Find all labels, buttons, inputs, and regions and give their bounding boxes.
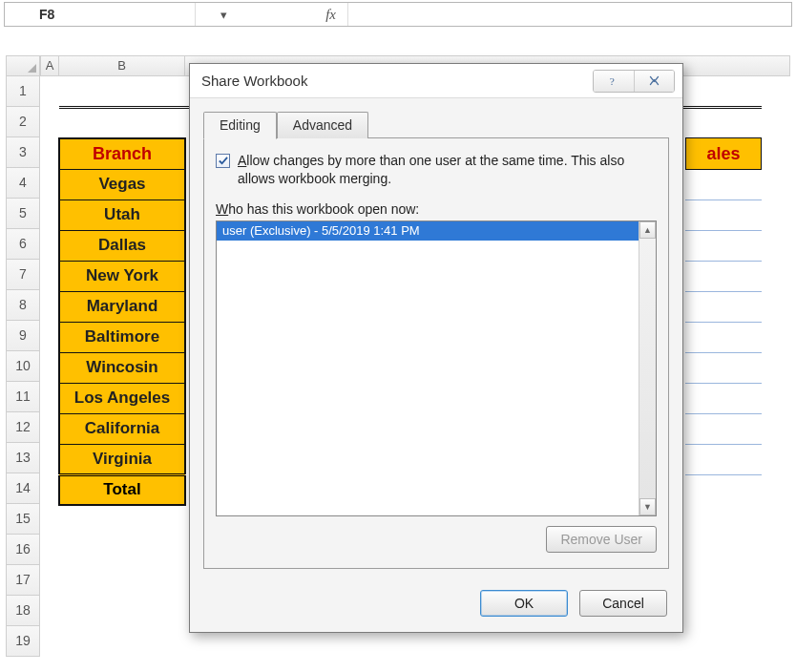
row-header[interactable]: 13 <box>6 443 40 473</box>
table-row[interactable]: Utah <box>59 200 185 230</box>
share-workbook-dialog: Share Workbook ? Editing Advanced Allow … <box>189 63 683 633</box>
row-header[interactable]: 5 <box>6 199 40 229</box>
row-header[interactable]: 15 <box>6 504 40 535</box>
who-open-label: Who has this workbook open now: <box>216 201 657 217</box>
table-row[interactable]: Virginia <box>59 444 185 474</box>
dialog-footer: OK Cancel <box>190 582 682 632</box>
row-header[interactable]: 1 <box>6 76 40 107</box>
allow-changes-row: Allow changes by more than one user at t… <box>216 152 657 188</box>
row-header[interactable]: 8 <box>6 290 40 321</box>
allow-changes-label: Allow changes by more than one user at t… <box>238 152 657 188</box>
row-header[interactable]: 2 <box>6 107 40 137</box>
table-row[interactable]: Los Angeles <box>59 383 185 413</box>
table-row[interactable]: Maryland <box>59 291 185 322</box>
row-header[interactable]: 16 <box>6 535 40 565</box>
select-all-triangle[interactable] <box>6 55 40 76</box>
row-header[interactable]: 10 <box>6 351 40 382</box>
titlebar-buttons: ? <box>593 70 675 93</box>
row-header[interactable]: 11 <box>6 382 40 412</box>
open-users-listbox: user (Exclusive) - 5/5/2019 1:41 PM ▲ ▼ <box>216 220 657 516</box>
dialog-titlebar[interactable]: Share Workbook ? <box>190 64 682 98</box>
fx-box: fx <box>196 3 348 26</box>
col-header-b[interactable]: B <box>59 55 185 76</box>
dialog-title: Share Workbook <box>201 73 307 89</box>
close-icon[interactable] <box>634 71 674 92</box>
row-headers: 1 2 3 4 5 6 7 8 9 10 11 12 13 14 15 16 1… <box>6 76 40 657</box>
row-header[interactable]: 3 <box>6 137 40 168</box>
table-row[interactable]: California <box>59 413 185 444</box>
scroll-down-icon[interactable]: ▼ <box>639 498 656 515</box>
allow-changes-checkbox[interactable] <box>216 154 230 168</box>
row-header[interactable]: 6 <box>6 229 40 260</box>
help-icon[interactable]: ? <box>594 71 634 92</box>
tab-pane-editing: Allow changes by more than one user at t… <box>203 137 669 569</box>
table-row[interactable]: Dallas <box>59 230 185 261</box>
row-header[interactable]: 17 <box>6 565 40 596</box>
dialog-tabs: Editing Advanced <box>203 110 669 138</box>
dialog-body: Editing Advanced Allow changes by more t… <box>190 98 682 582</box>
branch-table: Branch Vegas Utah Dallas New York Maryla… <box>58 137 186 506</box>
cancel-button[interactable]: Cancel <box>579 590 667 617</box>
table-row[interactable]: Vegas <box>59 169 185 200</box>
sales-column-cells[interactable] <box>685 170 762 475</box>
fx-icon[interactable]: fx <box>325 7 336 23</box>
row-header[interactable]: 4 <box>6 168 40 199</box>
row-header[interactable]: 12 <box>6 412 40 443</box>
col-header-a[interactable]: A <box>40 55 59 76</box>
list-item[interactable]: user (Exclusive) - 5/5/2019 1:41 PM <box>217 221 639 241</box>
ok-button[interactable]: OK <box>480 590 568 617</box>
row-header[interactable]: 9 <box>6 321 40 351</box>
list-scrollbar[interactable]: ▲ ▼ <box>639 221 656 515</box>
scroll-up-icon[interactable]: ▲ <box>639 221 656 239</box>
row-header[interactable]: 14 <box>6 473 40 504</box>
tab-advanced[interactable]: Advanced <box>277 112 368 138</box>
tab-editing[interactable]: Editing <box>203 112 277 139</box>
table-row[interactable]: New York <box>59 261 185 291</box>
open-users-list[interactable]: user (Exclusive) - 5/5/2019 1:41 PM <box>217 221 639 515</box>
name-box[interactable] <box>37 6 220 23</box>
table-row[interactable]: Wincosin <box>59 352 185 383</box>
name-box-wrap[interactable]: ▾ <box>5 3 196 26</box>
row-header[interactable]: 7 <box>6 260 40 290</box>
svg-text:?: ? <box>610 74 615 86</box>
branch-header[interactable]: Branch <box>59 138 185 169</box>
remove-user-button[interactable]: Remove User <box>546 526 657 553</box>
row-header[interactable]: 18 <box>6 596 40 626</box>
row-header[interactable]: 19 <box>6 626 40 657</box>
table-total[interactable]: Total <box>59 474 185 505</box>
formula-bar: ▾ fx <box>4 2 792 27</box>
formula-input[interactable] <box>348 3 791 26</box>
sales-header-fragment[interactable]: ales <box>685 137 762 170</box>
table-row[interactable]: Baltimore <box>59 322 185 352</box>
